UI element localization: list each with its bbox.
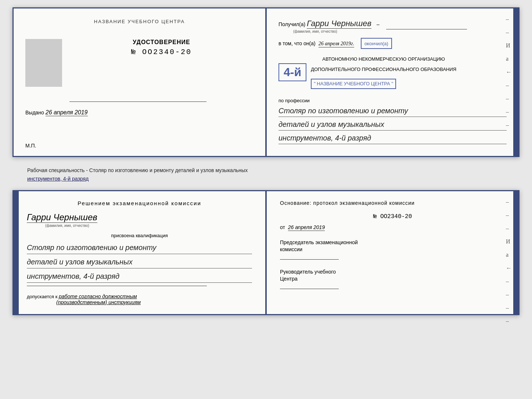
org-line2: ДОПОЛНИТЕЛЬНОГО ПРОФЕССИОНАЛЬНОГО ОБРАЗО… [311, 66, 456, 73]
top-left-page: НАЗВАНИЕ УЧЕБНОГО ЦЕНТРА УДОСТОВЕРЕНИЕ №… [14, 8, 267, 156]
chairman-signature [280, 259, 339, 260]
specialty-label-section: Рабочая специальность - Столяр по изгото… [12, 164, 520, 184]
допускается-text2: (производственным) инструкциям [56, 299, 252, 305]
dash-separator: – [377, 21, 380, 27]
issued-line: Выдано 26 апреля 2019 [25, 109, 254, 116]
qual-line2: деталей и узлов музыкальных [27, 256, 252, 268]
bottom-person-subtitle: (фамилия, имя, отчество) [27, 224, 108, 228]
cert-label: УДОСТОВЕРЕНИЕ [69, 39, 254, 46]
recipient-subtitle: (фамилия, имя, отчество) [278, 29, 352, 33]
org-line1: АВТОНОМНУЮ НЕКОММЕРЧЕСКУЮ ОРГАНИЗАЦИЮ [311, 56, 456, 63]
specialty-line2: инструментов, 4-й разряд [20, 175, 512, 182]
center-title: НАЗВАНИЕ УЧЕБНОГО ЦЕНТРА [25, 19, 254, 24]
vtom-prefix: в том, что он(а) [278, 40, 316, 46]
okончил-label: окончил(а) [364, 41, 388, 46]
profession-section: по профессии Столяр по изготовлению и ре… [278, 98, 507, 144]
right-dashes: – – И а ← – – – – [506, 16, 512, 128]
chairman-label: Председатель экзаменационной комиссии [280, 239, 505, 253]
specialty-line1: Рабочая специальность - Столяр по изгото… [20, 165, 512, 175]
org-name: " НАЗВАНИЕ УЧЕБНОГО ЦЕНТРА " [311, 79, 396, 89]
level-org-section: 4-й АВТОНОМНУЮ НЕКОММЕРЧЕСКУЮ ОРГАНИЗАЦИ… [278, 53, 507, 92]
qual-line3: инструментов, 4-й разряд [27, 270, 252, 283]
profession-line3: инструментов, 4-й разряд [278, 132, 507, 144]
photo-placeholder [25, 39, 62, 87]
vtom-section: в том, что он(а) 26 апреля 2019г. окончи… [278, 38, 507, 49]
top-right-page: Получил(а) Гарри Чернышев – (фамилия, им… [267, 8, 518, 156]
okончил-stamp: окончил(а) [361, 38, 392, 49]
recipient-section: Получил(а) Гарри Чернышев – (фамилия, им… [278, 19, 507, 33]
recipient-name: Гарри Чернышев [307, 19, 371, 29]
bottom-person-section: Гарри Чернышев (фамилия, имя, отчество) [27, 212, 252, 228]
qual-line1: Столяр по изготовлению и ремонту [27, 241, 252, 254]
bottom-right-page: Основание: протокол экзаменационной коми… [267, 191, 518, 314]
bottom-right-dashes: – – – И а ← – – – – [506, 199, 512, 324]
cert-number: № OO2340-20 [69, 48, 254, 56]
director-signature [280, 289, 339, 289]
bottom-person-name: Гарри Чернышев [27, 212, 97, 223]
recipient-prefix: Получил(а) [278, 21, 305, 27]
допускается-prefix: допускается к [27, 294, 57, 299]
profession-line1: Столяр по изготовлению и ремонту [278, 105, 507, 117]
decision-title: Решением экзаменационной комиссии [27, 200, 252, 206]
profession-label: по профессии [278, 98, 507, 103]
ot-date: 26 апреля 2019 [288, 224, 325, 231]
mp-label: М.П. [25, 143, 36, 149]
ot-section: от 26 апреля 2019 [280, 224, 505, 230]
допускается-section: допускается к работе согласно должностны… [27, 293, 252, 305]
bottom-document-spread: Решением экзаменационной комиссии Гарри … [12, 190, 520, 315]
org-section: АВТОНОМНУЮ НЕКОММЕРЧЕСКУЮ ОРГАНИЗАЦИЮ ДО… [311, 53, 456, 92]
basis-number: № OO2340-20 [280, 213, 505, 220]
profession-text: Столяр по изготовлению и ремонту деталей… [278, 105, 507, 144]
director-label: Руководитель учебного Центра [280, 268, 505, 283]
ot-prefix: от [280, 224, 285, 230]
issued-date: 26 апреля 2019 [46, 109, 88, 116]
profession-line2: деталей и узлов музыкальных [278, 118, 507, 131]
допускается-text: работе согласно должностным [59, 293, 137, 299]
vtom-date: 26 апреля 2019г. [319, 41, 354, 47]
qual-text: Столяр по изготовлению и ремонту деталей… [27, 241, 252, 283]
level-badge: 4-й [278, 63, 306, 81]
basis-title: Основание: протокол экзаменационной коми… [280, 200, 505, 206]
bottom-left-page: Решением экзаменационной комиссии Гарри … [14, 191, 267, 314]
qualification-label: присвоена квалификация [27, 233, 252, 238]
top-document-spread: НАЗВАНИЕ УЧЕБНОГО ЦЕНТРА УДОСТОВЕРЕНИЕ №… [12, 7, 520, 157]
